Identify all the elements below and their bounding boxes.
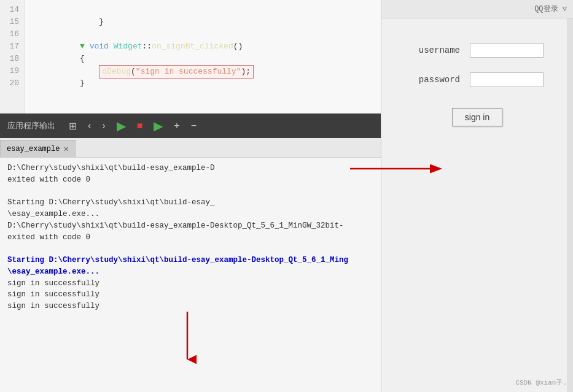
output-line-1: D:\Cherry\study\shixi\qt\build-esay_exam… (7, 163, 373, 174)
right-panel: QQ登录 ▽ username password sign in CSDN @x… (381, 0, 573, 392)
qq-login-text: QQ登录 ▽ (534, 4, 567, 14)
toolbar-grid-btn[interactable]: ⊞ (66, 119, 79, 133)
line-numbers: 14 15 16 17 18 19 20 (0, 0, 25, 113)
code-line-14: } (32, 4, 373, 16)
toolbar-next-btn[interactable]: › (99, 119, 107, 133)
tab-name: esay_example (7, 145, 60, 153)
output-line-6: exited with code 0 (7, 232, 373, 244)
output-text: D:\Cherry\study\shixi\qt\build-esay_exam… (0, 158, 381, 392)
output-line-4: \esay_example.exe... (7, 209, 373, 220)
left-panel: 14 15 16 17 18 19 20 } ▼ void Widget::on… (0, 0, 381, 392)
output-line-10: sign in successfully (7, 289, 373, 301)
toolbar-stop-btn[interactable]: ■ (134, 119, 146, 133)
username-label: username (411, 45, 460, 55)
widget-form: username password sign in (381, 18, 573, 139)
toolbar-debug-btn[interactable]: ▶ (151, 117, 165, 134)
password-label: password (411, 75, 460, 85)
code-editor: 14 15 16 17 18 19 20 } ▼ void Widget::on… (0, 0, 381, 113)
toolbar-prev-btn[interactable]: ‹ (85, 119, 93, 133)
output-line-blank2 (7, 243, 373, 255)
toolbar: 应用程序输出 ⊞ ‹ › ▶ ■ ▶ + − (0, 113, 381, 138)
output-line-11: sign in successfully (7, 301, 373, 312)
output-line-7: Starting D:\Cherry\study\shixi\qt\build-… (7, 255, 373, 266)
output-tabs: esay_example ✕ (0, 138, 381, 158)
code-line-16: ▼ void Widget::on_signBt_clicked() (32, 28, 373, 40)
toolbar-play-btn[interactable]: ▶ (114, 117, 128, 134)
output-line-8: \esay_example.exe... (7, 266, 373, 278)
right-top-bar: QQ登录 ▽ (381, 0, 573, 18)
code-content: } ▼ void Widget::on_signBt_clicked() { q… (25, 0, 381, 113)
username-input[interactable] (470, 43, 544, 58)
username-row: username (394, 43, 561, 58)
output-line-3: Starting D:\Cherry\study\shixi\qt\build-… (7, 197, 373, 209)
sign-in-button[interactable]: sign in (452, 108, 502, 126)
password-input[interactable] (470, 72, 544, 87)
toolbar-minus-btn[interactable]: − (189, 119, 199, 133)
tab-close[interactable]: ✕ (63, 144, 68, 154)
right-scrollbar[interactable] (567, 18, 573, 392)
output-line-9: sign in successfully (7, 278, 373, 290)
toolbar-label: 应用程序输出 (7, 120, 55, 131)
footer-text: CSDN @xian子. (515, 378, 567, 387)
output-tab-esay[interactable]: esay_example ✕ (0, 140, 76, 157)
output-line-5: D:\Cherry\study\shixi\qt\build-esay_exam… (7, 220, 373, 232)
password-row: password (394, 72, 561, 87)
output-line-blank1 (7, 186, 373, 198)
output-area: esay_example ✕ D:\Cherry\study\shixi\qt\… (0, 138, 381, 392)
toolbar-add-btn[interactable]: + (171, 119, 182, 133)
output-line-2: exited with code 0 (7, 174, 373, 186)
